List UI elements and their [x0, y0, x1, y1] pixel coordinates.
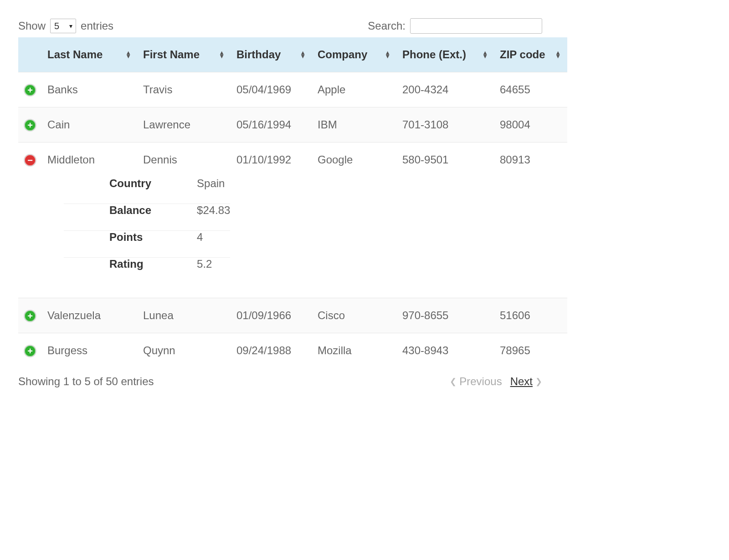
expand-cell: +	[18, 298, 42, 333]
sort-icon: ▲▼	[385, 51, 390, 58]
chevron-right-icon: ❯	[535, 377, 542, 387]
search-control: Search:	[368, 18, 542, 34]
cell-company: Apple	[312, 72, 397, 107]
sort-icon: ▲▼	[300, 51, 306, 58]
table-row: +BurgessQuynn09/24/1988Mozilla430-894378…	[18, 333, 567, 368]
detail-label-country: Country	[64, 177, 151, 204]
sort-icon: ▲▼	[125, 51, 131, 58]
expand-cell: +	[18, 333, 42, 368]
expand-row-icon[interactable]: +	[24, 345, 36, 357]
cell-firstName: Lawrence	[138, 107, 231, 143]
detail-label-balance: Balance	[64, 204, 151, 231]
expand-row-icon[interactable]: +	[24, 310, 36, 322]
cell-lastName: Banks	[42, 72, 138, 107]
col-label: Company	[318, 48, 367, 61]
length-control: Show 5102550 entries	[18, 19, 113, 33]
cell-firstName: Dennis	[138, 143, 231, 178]
cell-zip: 78965	[494, 333, 567, 368]
info-text: Showing 1 to 5 of 50 entries	[18, 375, 154, 388]
cell-birthday: 05/04/1969	[231, 72, 312, 107]
col-phone[interactable]: Phone (Ext.)▲▼	[397, 37, 494, 72]
col-zip[interactable]: ZIP code▲▼	[494, 37, 567, 72]
col-first-name[interactable]: First Name▲▼	[138, 37, 231, 72]
expand-cell: +	[18, 72, 42, 107]
cell-birthday: 01/10/1992	[231, 143, 312, 178]
cell-company: Mozilla	[312, 333, 397, 368]
cell-company: Google	[312, 143, 397, 178]
expand-cell: −	[18, 143, 42, 178]
cell-lastName: Cain	[42, 107, 138, 143]
search-label: Search:	[368, 20, 406, 32]
expand-row-icon[interactable]: +	[24, 84, 36, 97]
cell-phone: 580-9501	[397, 143, 494, 178]
chevron-left-icon: ❮	[450, 377, 457, 387]
cell-zip: 98004	[494, 107, 567, 143]
cell-lastName: Burgess	[42, 333, 138, 368]
cell-phone: 430-8943	[397, 333, 494, 368]
sort-icon: ▲▼	[555, 51, 561, 58]
detail-value-country: Spain	[151, 177, 230, 204]
detail-value-balance: $24.83	[151, 204, 230, 231]
table-row: −MiddletonDennis01/10/1992Google580-9501…	[18, 143, 567, 178]
pager: ❮ Previous Next ❯	[450, 375, 542, 388]
col-label: Phone (Ext.)	[402, 48, 466, 61]
col-label: Birthday	[236, 48, 281, 61]
cell-firstName: Travis	[138, 72, 231, 107]
cell-phone: 200-4324	[397, 72, 494, 107]
col-label: Last Name	[47, 48, 103, 61]
cell-company: Cisco	[312, 298, 397, 333]
cell-zip: 80913	[494, 143, 567, 178]
show-label: Show	[18, 20, 46, 32]
cell-phone: 701-3108	[397, 107, 494, 143]
next-label: Next	[510, 375, 533, 388]
data-table: Last Name▲▼ First Name▲▼ Birthday▲▼ Comp…	[18, 37, 567, 368]
cell-zip: 51606	[494, 298, 567, 333]
collapse-row-icon[interactable]: −	[24, 154, 36, 167]
detail-value-points: 4	[151, 231, 230, 258]
length-select[interactable]: 5102550	[50, 19, 76, 33]
expand-row-icon[interactable]: +	[24, 119, 36, 132]
previous-label: Previous	[459, 375, 502, 388]
table-head: Last Name▲▼ First Name▲▼ Birthday▲▼ Comp…	[18, 37, 567, 72]
expand-column-header	[18, 37, 42, 72]
table-controls: Show 5102550 entries Search:	[18, 18, 542, 34]
col-company[interactable]: Company▲▼	[312, 37, 397, 72]
table-footer: Showing 1 to 5 of 50 entries ❮ Previous …	[18, 375, 542, 388]
search-input[interactable]	[410, 18, 542, 34]
cell-lastName: Middleton	[42, 143, 138, 178]
cell-zip: 64655	[494, 72, 567, 107]
table-row: +CainLawrence05/16/1994IBM701-310898004	[18, 107, 567, 143]
row-details: CountrySpainBalance$24.83Points4Rating5.…	[18, 177, 567, 298]
col-label: First Name	[143, 48, 200, 61]
detail-value-rating: 5.2	[151, 258, 230, 285]
cell-company: IBM	[312, 107, 397, 143]
col-birthday[interactable]: Birthday▲▼	[231, 37, 312, 72]
cell-birthday: 01/09/1966	[231, 298, 312, 333]
table-row: +BanksTravis05/04/1969Apple200-432464655	[18, 72, 567, 107]
detail-label-rating: Rating	[64, 258, 151, 285]
col-label: ZIP code	[500, 48, 545, 61]
cell-birthday: 09/24/1988	[231, 333, 312, 368]
entries-label: entries	[81, 20, 113, 32]
sort-icon: ▲▼	[482, 51, 488, 58]
length-select-wrap: 5102550	[50, 19, 76, 33]
sort-icon: ▲▼	[219, 51, 225, 58]
cell-lastName: Valenzuela	[42, 298, 138, 333]
cell-phone: 970-8655	[397, 298, 494, 333]
table-row: +ValenzuelaLunea01/09/1966Cisco970-86555…	[18, 298, 567, 333]
previous-button[interactable]: ❮ Previous	[450, 375, 502, 388]
detail-label-points: Points	[64, 231, 151, 258]
cell-firstName: Quynn	[138, 333, 231, 368]
expand-cell: +	[18, 107, 42, 143]
col-last-name[interactable]: Last Name▲▼	[42, 37, 138, 72]
cell-birthday: 05/16/1994	[231, 107, 312, 143]
next-button[interactable]: Next ❯	[510, 375, 542, 388]
table-body: +BanksTravis05/04/1969Apple200-432464655…	[18, 72, 567, 368]
cell-firstName: Lunea	[138, 298, 231, 333]
